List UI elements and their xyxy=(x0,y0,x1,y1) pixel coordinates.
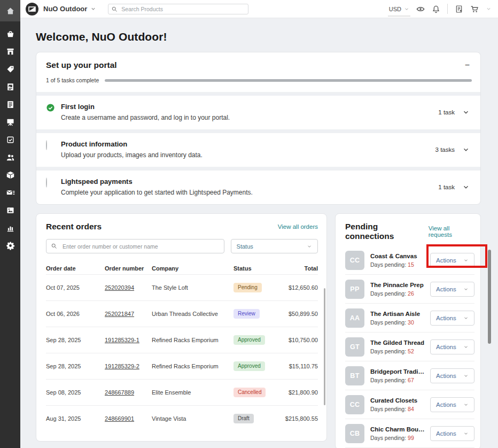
sidebar xyxy=(0,0,20,448)
chevron-down-icon[interactable] xyxy=(486,6,492,12)
actions-label: Actions xyxy=(436,315,456,321)
sidebar-item-package[interactable] xyxy=(0,166,20,184)
order-total: $12,650.60 xyxy=(276,284,318,291)
status-badge: Cancelled xyxy=(234,388,266,397)
progress-label: 1 of 5 tasks complete xyxy=(46,77,99,83)
sidebar-item-users[interactable] xyxy=(0,149,20,166)
connection-list-item: BT Bridgeport Trading & Anti… Days pendi… xyxy=(345,361,474,390)
sidebar-item-gear[interactable] xyxy=(0,237,20,254)
setup-task-row[interactable]: Product information Upload your products… xyxy=(36,133,480,167)
order-number-link[interactable]: 248669901 xyxy=(105,415,134,422)
recent-orders-card: Recent orders View all orders Status xyxy=(36,213,327,442)
task-description: Complete your application to get started… xyxy=(61,189,253,196)
view-all-requests-link[interactable]: View all requests xyxy=(429,225,474,238)
store-logo[interactable] xyxy=(26,3,38,16)
order-number-link[interactable]: 252021847 xyxy=(105,311,134,317)
days-pending-value: 84 xyxy=(408,406,414,412)
order-number-link[interactable]: 248667889 xyxy=(105,389,134,396)
sidebar-item-storefront[interactable] xyxy=(0,43,20,60)
sidebar-item-gallery[interactable] xyxy=(0,202,20,219)
order-number-link[interactable]: 191285329-1 xyxy=(105,337,139,343)
avatar: BT xyxy=(345,366,364,385)
order-number-link[interactable]: 191285329-2 xyxy=(105,363,139,369)
linesheet-icon xyxy=(6,100,15,109)
days-pending-label: Days pending: xyxy=(370,319,406,326)
cart-icon[interactable] xyxy=(470,5,479,13)
table-row[interactable]: Oct 07, 2025 252020394 The Style Loft Pe… xyxy=(46,274,318,300)
chevron-down-icon[interactable] xyxy=(463,146,469,153)
preview-eye-icon[interactable] xyxy=(416,5,425,13)
chevron-down-icon[interactable] xyxy=(90,6,96,12)
table-row[interactable]: Oct 06, 2026 252021847 Urban Threads Col… xyxy=(46,300,318,327)
task-count: 1 task xyxy=(438,184,455,190)
sidebar-item-mail[interactable] xyxy=(0,184,20,202)
days-pending-label: Days pending: xyxy=(370,261,406,268)
sidebar-item-basket[interactable] xyxy=(0,25,20,43)
column-header-status: Status xyxy=(234,265,276,272)
notifications-bell-icon[interactable] xyxy=(432,5,440,13)
view-all-orders-link[interactable]: View all orders xyxy=(278,223,318,230)
topbar-divider xyxy=(447,4,448,14)
days-pending: Days pending: 84 xyxy=(370,406,426,412)
chevron-down-icon[interactable] xyxy=(463,109,469,115)
sidebar-item-tag[interactable] xyxy=(0,60,20,78)
sidebar-item-linesheet[interactable] xyxy=(0,96,20,113)
store-name[interactable]: NuO Outdoor xyxy=(43,5,87,13)
collapse-button[interactable]: − xyxy=(465,61,470,69)
table-row[interactable]: Aug 31, 2025 248669901 Vintage Vista Dra… xyxy=(46,405,318,431)
currency-selector[interactable]: USD xyxy=(389,6,409,12)
product-search-input[interactable] xyxy=(108,4,248,14)
users-icon xyxy=(6,153,15,162)
orders-table-header: Order date Order number Company Status T… xyxy=(46,262,318,274)
gallery-icon xyxy=(6,206,15,215)
days-pending-label: Days pending: xyxy=(370,377,406,383)
sidebar-item-chart[interactable] xyxy=(0,219,20,237)
chevron-down-icon xyxy=(463,373,469,379)
table-row[interactable]: Sep 08, 2025 248667889 Elite Ensemble Ca… xyxy=(46,379,318,405)
task-count: 1 task xyxy=(438,109,455,115)
connection-list-item: GT The Gilded Thread Days pending: 52 Ac… xyxy=(345,333,474,361)
days-pending-value: 52 xyxy=(408,348,414,354)
days-pending-label: Days pending: xyxy=(370,435,406,441)
table-row[interactable]: Sep 28, 2025 191285329-1 Refined Racks E… xyxy=(46,327,318,353)
avatar: CC xyxy=(345,251,364,270)
sidebar-item-catalog[interactable] xyxy=(0,78,20,96)
order-number-link[interactable]: 252020394 xyxy=(105,284,134,291)
sidebar-item-showroom[interactable] xyxy=(0,113,20,131)
recent-orders-title: Recent orders xyxy=(46,222,102,231)
setup-task-row[interactable]: First login Create a username and passwo… xyxy=(36,96,480,129)
order-search-input[interactable] xyxy=(46,239,224,253)
column-header-order-date: Order date xyxy=(46,265,105,272)
actions-label: Actions xyxy=(436,373,456,379)
chevron-down-icon xyxy=(463,344,469,350)
search-icon xyxy=(51,243,57,249)
days-pending-value: 15 xyxy=(408,261,414,268)
sidebar-item-home[interactable] xyxy=(0,0,20,21)
days-pending-value: 26 xyxy=(408,290,414,297)
actions-dropdown-button[interactable]: Actions xyxy=(430,311,474,326)
page-scrollbar-thumb[interactable] xyxy=(488,250,491,344)
actions-dropdown-button[interactable]: Actions xyxy=(430,368,474,383)
status-badge: Approved xyxy=(234,335,265,345)
days-pending-value: 99 xyxy=(408,435,414,441)
actions-dropdown-button[interactable]: Actions xyxy=(430,282,474,297)
actions-dropdown-button[interactable]: Actions xyxy=(430,339,474,354)
tag-icon xyxy=(6,65,15,74)
chevron-down-icon xyxy=(463,287,469,292)
check-circle-icon xyxy=(46,103,55,112)
draft-order-document-icon[interactable] xyxy=(455,5,463,13)
setup-task-row[interactable]: Lightspeed payments Complete your applic… xyxy=(36,171,480,204)
table-row[interactable]: Sep 28, 2025 191285329-2 Refined Racks E… xyxy=(46,353,318,379)
package-icon xyxy=(6,171,15,180)
order-company: Elite Ensemble xyxy=(152,389,234,396)
status-filter-select[interactable]: Status xyxy=(231,239,318,253)
actions-dropdown-button[interactable]: Actions xyxy=(430,426,474,441)
actions-dropdown-button[interactable]: Actions xyxy=(430,397,474,412)
order-date: Oct 07, 2025 xyxy=(46,284,105,291)
sidebar-item-checklist[interactable] xyxy=(0,131,20,149)
column-header-company: Company xyxy=(152,265,234,272)
orders-table-scrollbar[interactable] xyxy=(324,288,325,405)
section-divider xyxy=(36,92,480,96)
chevron-down-icon[interactable] xyxy=(463,184,469,190)
task-title: Lightspeed payments xyxy=(61,177,253,186)
